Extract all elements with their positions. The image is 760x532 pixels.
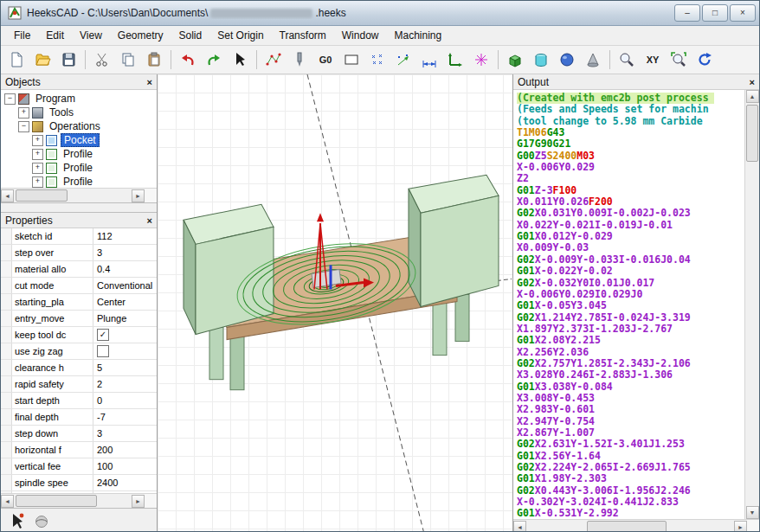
titlebar[interactable]: HeeksCAD - C:\Users\Dan\Documents\.heeks… [1,1,759,26]
expander-icon[interactable]: + [18,107,29,119]
gcode-line[interactable]: G02X2.631Y-1.52I-3.401J1.253 [517,439,744,450]
gcode-line[interactable]: G01Z-3F100 [517,185,744,196]
gcode-line[interactable]: X3.008Y-0.453 [517,393,744,404]
gcode-line[interactable]: G01X1.98Y-2.303 [517,473,744,484]
gcode-line[interactable]: Z2 [517,173,744,184]
gcode-line[interactable]: X2.867Y-1.007 [517,427,744,439]
property-value[interactable]: 5 [93,360,157,375]
gcode-line[interactable]: G02X0.443Y-3.006I-1.956J2.246 [517,485,744,497]
property-value[interactable]: 112 [93,228,157,244]
minimize-button[interactable]: – [674,4,700,22]
gcode-line[interactable]: (Created with emc2b post process [517,93,714,104]
checkbox-icon[interactable]: ✓ [97,329,109,341]
cylinder-button[interactable] [529,48,553,72]
scroll-right-button[interactable]: ► [734,521,747,532]
property-value[interactable]: -7 [93,409,157,425]
sphere-button[interactable] [555,48,579,72]
gcode-line[interactable]: X-0.302Y-3.024I-0.441J2.833 [517,497,744,508]
property-value[interactable] [93,343,157,359]
scroll-right-button[interactable]: ► [132,189,145,202]
gcode-line[interactable]: G01X-0.022Y-0.02 [517,266,744,277]
property-value[interactable]: 0 [93,393,157,408]
gcode-output[interactable]: (Created with emc2b post process(Feeds a… [513,90,744,519]
objects-hscrollbar[interactable]: ◄ ► [1,188,157,202]
gcode-line[interactable]: G02X0.031Y0.009I-0.002J-0.023 [517,208,744,219]
open-file-button[interactable] [30,48,55,72]
gcode-line[interactable]: X-0.006Y0.029I0.029J0 [517,289,744,300]
property-value[interactable]: Plunge [93,311,157,326]
gcode-line[interactable]: X1.897Y2.373I-1.203J-2.767 [517,324,744,335]
output-hscrollbar[interactable]: ◄ ► [513,519,759,532]
scroll-right-button[interactable]: ► [132,495,145,508]
gcode-line[interactable]: X2.983Y-0.601 [517,404,744,415]
menu-transform[interactable]: Transform [272,28,334,43]
scroll-down-button[interactable]: ▼ [746,506,759,519]
gcode-line[interactable]: G02X-0.032Y0I0.01J0.017 [517,278,744,289]
tree-item-profile[interactable]: +Profile [1,161,157,175]
star-button[interactable] [469,48,493,72]
properties-panel-close-icon[interactable]: × [147,215,152,226]
scrollbar-thumb[interactable] [587,521,667,532]
checkbox-icon[interactable] [97,345,109,357]
property-value[interactable]: 3 [93,426,157,441]
menu-solid[interactable]: Solid [171,28,210,43]
property-value[interactable]: 3 [93,245,157,260]
expander-icon[interactable]: + [32,135,43,146]
gcode-line[interactable]: (tool change to 5.98 mm Carbide [517,116,744,127]
menu-machining[interactable]: Machining [386,28,449,43]
cut-button[interactable] [90,48,114,72]
gcode-line[interactable]: X0.011Y0.026F200 [517,196,744,208]
property-value[interactable]: Conventional [93,278,157,293]
gcode-line[interactable]: G02X2.224Y-2.065I-2.669J1.765 [517,462,744,473]
tree-item-program[interactable]: −Program [1,92,157,106]
gcode-line[interactable]: G01X2.08Y2.215 [517,335,744,346]
scatter-button[interactable] [391,48,415,72]
new-file-button[interactable] [4,48,29,72]
scroll-up-button[interactable]: ▲ [746,90,759,103]
gcode-line[interactable]: G01X-0.05Y3.045 [517,300,744,311]
gcode-line[interactable]: X0.022Y-0.021I-0.019J-0.01 [517,220,744,231]
expander-icon[interactable]: + [32,163,43,174]
output-vscrollbar[interactable]: ▲ ▼ [744,90,759,519]
expander-icon[interactable]: − [4,93,16,105]
cone-button[interactable] [581,48,605,72]
gcode-line[interactable]: X3.028Y0.246I-2.883J-1.306 [517,369,744,381]
property-value[interactable]: ✓ [93,327,157,343]
gcode-line[interactable]: G02X1.214Y2.785I-0.024J-3.319 [517,312,744,324]
zoom-extents-button[interactable] [667,48,691,72]
paste-button[interactable] [142,48,166,72]
zoom-button[interactable] [615,48,639,72]
tree-item-tools[interactable]: +Tools [1,106,157,119]
rapid-g0-button[interactable]: G0 [313,48,338,72]
tree-item-profile[interactable]: +Profile [1,175,157,188]
redo-button[interactable] [202,48,226,72]
scrollbar-track[interactable] [14,189,132,202]
property-value[interactable]: 100 [93,458,157,474]
gcode-line[interactable]: G00Z5S2400M03 [517,151,744,162]
tree-item-profile[interactable]: +Profile [1,147,157,161]
scroll-left-button[interactable]: ◄ [1,495,14,508]
view-xy-button[interactable]: XY [641,48,665,72]
property-value[interactable]: 0.4 [93,261,157,277]
save-button[interactable] [56,48,81,72]
scroll-left-button[interactable]: ◄ [513,521,526,532]
dock-splitter[interactable] [1,203,157,212]
property-value[interactable]: 2 [93,376,157,392]
points-button[interactable] [365,48,390,72]
drill-button[interactable] [287,48,312,72]
maximize-button[interactable]: □ [702,4,728,22]
gcode-line[interactable]: X0.009Y-0.03 [517,242,744,253]
tree-item-pocket[interactable]: +Pocket [1,133,157,147]
input-mode-rotate-icon[interactable] [32,512,51,531]
sketch-button[interactable] [261,48,286,72]
property-value[interactable]: Center [93,294,157,310]
viewport[interactable] [158,74,512,532]
menu-window[interactable]: Window [334,28,387,43]
scrollbar-track[interactable] [14,494,132,508]
scrollbar-thumb[interactable] [16,189,68,202]
dimension-button[interactable] [417,48,441,72]
gcode-line[interactable]: G01X2.56Y-1.64 [517,451,744,462]
axes-button[interactable] [443,48,467,72]
scrollbar-track[interactable] [745,103,759,506]
property-value[interactable]: 2400 [93,475,157,490]
